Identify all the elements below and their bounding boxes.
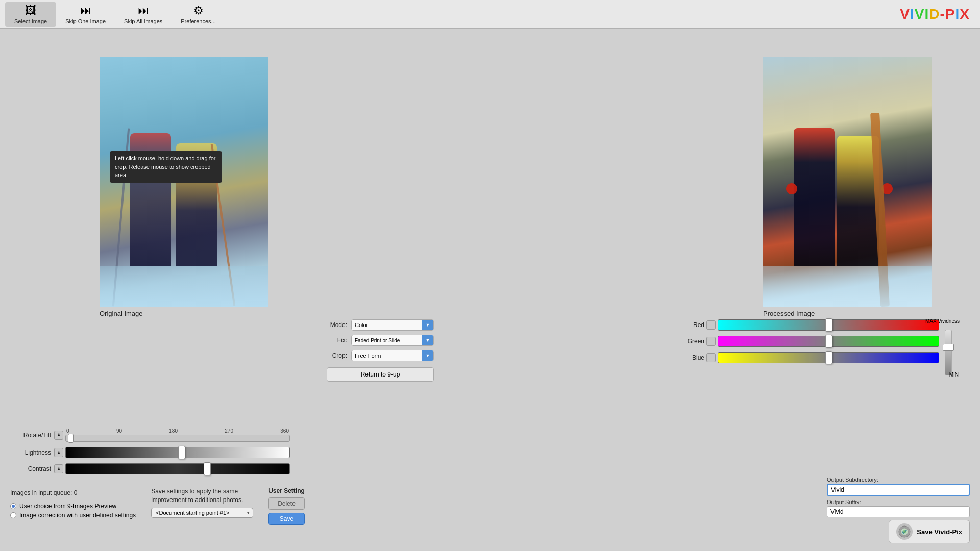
fix-dropdown-wrap: Faded Print or Slide ▼ (351, 335, 434, 346)
blue-thumb[interactable] (825, 351, 832, 364)
contrast-row: Contrast ⬍ (10, 463, 322, 474)
return-to-9up-button[interactable]: Return to 9-up (327, 367, 434, 382)
processed-image-label: Processed Image (763, 310, 932, 317)
sliders-panel: Rotate/Tilt ⬍ 0 90 180 270 360 Lightness… (10, 428, 322, 480)
fix-label: Fix: (327, 337, 347, 344)
preferences-icon: ⚙ (193, 4, 204, 17)
skip-one-label: Skip One Image (65, 18, 106, 24)
original-image-label: Original Image (100, 310, 268, 317)
red-row: Red (684, 319, 939, 331)
fix-value: Faded Print or Slide (355, 338, 400, 343)
green-track[interactable] (718, 336, 939, 347)
blue-track[interactable] (718, 352, 939, 363)
red-thumb[interactable] (825, 318, 832, 332)
rotate-tilt-label: Rotate/Tilt (10, 432, 51, 439)
color-sliders-panel: Red Green Blue (684, 319, 939, 368)
mode-dropdown[interactable]: Color ▼ (351, 319, 434, 331)
contrast-stepper[interactable]: ⬍ (54, 464, 63, 473)
radio-user-choice[interactable]: User choice from 9-Images Preview (10, 503, 136, 510)
original-image-panel: Left click mouse, hold down and drag for… (100, 57, 268, 317)
fix-row: Fix: Faded Print or Slide ▼ (327, 335, 434, 346)
crop-dropdown-arrow[interactable]: ▼ (422, 350, 433, 361)
lightness-stepper[interactable]: ⬍ (54, 448, 63, 457)
processed-image[interactable] (763, 57, 932, 307)
vividness-bar[interactable] (945, 330, 952, 375)
crop-dropdown-wrap: Free Form ▼ (351, 350, 434, 361)
lightness-thumb[interactable] (178, 446, 185, 459)
save-settings-button[interactable]: Save (268, 513, 305, 525)
radio-user-defined-circle (10, 512, 16, 518)
mode-controls-panel: Mode: Color ▼ Fix: Faded Print or Slide … (327, 319, 434, 382)
mode-dropdown-arrow[interactable]: ▼ (422, 320, 433, 330)
red-stepper[interactable] (706, 320, 716, 330)
crop-label: Crop: (327, 352, 347, 359)
mode-value: Color (355, 322, 368, 328)
green-row: Green (684, 336, 939, 347)
rotate-scale: 0 90 180 270 360 (65, 428, 290, 442)
queue-section: Images in input queue: 0 User choice fro… (10, 487, 136, 519)
radio-user-choice-circle (10, 503, 16, 509)
green-stepper[interactable] (706, 337, 716, 346)
radio-user-defined-label: Image correction with user defined setti… (19, 512, 136, 519)
select-image-button[interactable]: 🖼 Select Image (5, 2, 56, 27)
radio-group: User choice from 9-Images Preview Image … (10, 503, 136, 519)
processed-image-panel: Processed Image (763, 57, 932, 317)
skip-all-label: Skip All Images (124, 18, 162, 24)
max-vividness-label: MAX Vividness (925, 318, 960, 324)
mode-label: Mode: (327, 321, 347, 329)
green-thumb[interactable] (825, 335, 832, 348)
rotate-thumb[interactable] (68, 434, 74, 443)
red-track[interactable] (718, 319, 939, 331)
fix-dropdown-arrow[interactable]: ▼ (422, 335, 433, 345)
lightness-row: Lightness ⬍ (10, 447, 322, 458)
select-image-icon: 🖼 (25, 4, 36, 17)
rotate-marks: 0 90 180 270 360 (65, 428, 290, 434)
main-area: Left click mouse, hold down and drag for… (0, 29, 980, 551)
radio-user-choice-label: User choice from 9-Images Preview (19, 503, 116, 510)
queue-info: Images in input queue: 0 (10, 489, 136, 496)
user-setting-section: User Setting Delete Save (268, 487, 305, 525)
preferences-button[interactable]: ⚙ Preferences... (172, 2, 225, 27)
lightness-track[interactable] (65, 447, 290, 458)
min-vividness-label: MIN (949, 372, 959, 378)
select-image-label: Select Image (14, 18, 47, 24)
rotate-track[interactable] (65, 435, 290, 442)
lightness-label: Lightness (10, 449, 51, 456)
crop-row: Crop: Free Form ▼ (327, 350, 434, 361)
user-setting-label: User Setting (268, 487, 305, 494)
green-label: Green (684, 338, 704, 345)
toolbar: 🖼 Select Image ⏭ Skip One Image ⏭ Skip A… (0, 0, 980, 29)
crop-value: Free Form (355, 353, 381, 359)
app-logo: VIVID-PIX (900, 6, 970, 22)
skip-all-button[interactable]: ⏭ Skip All Images (115, 2, 172, 27)
delete-button[interactable]: Delete (268, 497, 305, 510)
skip-one-button[interactable]: ⏭ Skip One Image (56, 2, 115, 27)
preferences-label: Preferences... (181, 18, 215, 24)
skip-all-icon: ⏭ (138, 4, 149, 17)
crop-tooltip: Left click mouse, hold down and drag for… (110, 151, 222, 183)
mode-row: Mode: Color ▼ (327, 319, 434, 331)
save-settings-desc: Save settings to apply the sameimproveme… (151, 487, 253, 505)
starting-point-dropdown-wrap: <Document starting point #1> (151, 508, 253, 518)
crop-dropdown[interactable]: Free Form ▼ (351, 350, 434, 361)
starting-point-dropdown[interactable]: <Document starting point #1> (151, 508, 253, 518)
contrast-label: Contrast (10, 465, 51, 472)
bottom-panel: Images in input queue: 0 User choice fro… (0, 482, 980, 551)
save-settings-section: Save settings to apply the sameimproveme… (151, 487, 253, 518)
blue-stepper[interactable] (706, 353, 716, 362)
rotate-tilt-stepper[interactable]: ⬍ (54, 431, 63, 440)
radio-user-defined[interactable]: Image correction with user defined setti… (10, 512, 136, 519)
mode-dropdown-wrap: Color ▼ (351, 319, 434, 331)
blue-label: Blue (684, 354, 704, 361)
contrast-thumb[interactable] (204, 462, 211, 475)
red-label: Red (684, 321, 704, 329)
fix-dropdown[interactable]: Faded Print or Slide ▼ (351, 335, 434, 346)
skip-one-icon: ⏭ (80, 4, 91, 17)
contrast-track[interactable] (65, 463, 290, 474)
rotate-tilt-row: Rotate/Tilt ⬍ 0 90 180 270 360 (10, 428, 322, 442)
blue-row: Blue (684, 352, 939, 363)
vividness-thumb[interactable] (943, 344, 954, 351)
